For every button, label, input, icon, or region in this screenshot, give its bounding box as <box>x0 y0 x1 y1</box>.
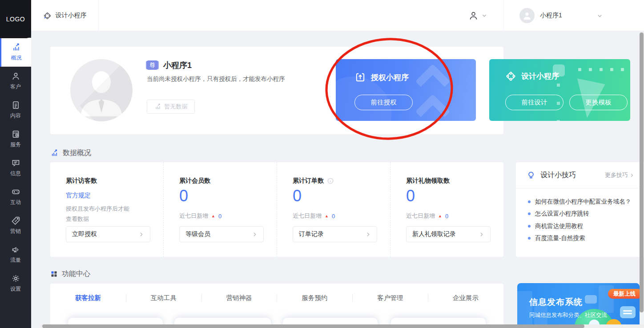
change-template-button[interactable]: 更换模板 <box>569 95 628 110</box>
chevron-decoration <box>415 64 450 99</box>
account-selector[interactable]: 小程序1 <box>519 0 603 31</box>
header-brand[interactable]: 设计小程序 <box>31 0 99 31</box>
sidebar-item-content[interactable]: 内容 <box>0 96 31 124</box>
tip-item[interactable]: 商机雷达使用教程 <box>528 220 636 232</box>
tab-marketing-tools[interactable]: 营销神器 <box>201 294 277 302</box>
tab-service-booking[interactable]: 服务预约 <box>277 294 352 302</box>
design-miniprogram-icon <box>43 12 52 20</box>
member-levels-button[interactable]: 等级会员 <box>179 226 264 242</box>
chevron-decoration <box>415 94 450 121</box>
sidebar-item-label: 流量 <box>10 256 21 264</box>
logo-text: LOGO <box>6 16 25 23</box>
promo-banner[interactable]: 最新上线 信息发布系统 同城信息发布和分类、社区交流 <box>517 283 640 328</box>
new-release-badge: 最新上线 <box>608 289 640 299</box>
more-tips-label: 更多技巧 <box>605 171 628 179</box>
sidebar-item-label: 客户 <box>10 83 21 91</box>
sidebar-item-label: 内容 <box>10 112 21 120</box>
grid-icon <box>50 270 58 278</box>
profile-avatar <box>70 59 133 121</box>
stat-orders: 累计订单数 0 近七日新增 ▲ 0 订单记录 <box>277 162 390 257</box>
tips-header: 设计小技巧 更多技巧 <box>516 162 644 188</box>
tips-list: 如何在微信小程序中配置业务域名？ 怎么设置小程序跳转 商机雷达使用教程 百度流量… <box>516 188 644 244</box>
stat-value: 0 <box>406 186 503 206</box>
chevron-right-icon <box>479 232 484 237</box>
chevron-down-icon <box>482 13 487 18</box>
authorize-card: 授权小程序 前往授权 <box>336 59 476 121</box>
tab-acquire-customers[interactable]: 获客拉新 <box>50 294 126 302</box>
info-icon[interactable] <box>327 177 334 184</box>
tab-customer-management[interactable]: 客户管理 <box>352 294 428 302</box>
bullet-icon <box>528 225 531 228</box>
header-brand-label: 设计小程序 <box>56 12 87 20</box>
tip-item[interactable]: 百度流量-自然搜索 <box>528 232 636 245</box>
authorize-card-title: 授权小程序 <box>371 72 409 83</box>
sidebar-nav: 概况 客户 内容 服务 信息 互动 营销 流量 设置 <box>0 0 31 328</box>
stats-card: 累计访客数 官方规定 授权且发布小程序后才能查看数据 立即授权 累计会员数 0 … <box>50 162 503 257</box>
account-name: 小程序1 <box>540 12 562 20</box>
official-rules-link[interactable]: 官方规定 <box>66 192 91 200</box>
up-triangle-icon: ▲ <box>438 214 442 218</box>
sidebar-item-messages[interactable]: 信息 <box>0 153 31 182</box>
stat-note: 授权且发布小程序后才能查看数据 <box>66 204 146 224</box>
no-data-button[interactable]: 暂无数据 <box>147 100 195 114</box>
chevron-right-icon <box>365 232 371 237</box>
stat-label: 累计礼物领取数 <box>406 177 450 185</box>
sidebar-item-overview[interactable]: 概况 <box>0 38 31 67</box>
design-tips-card: 设计小技巧 更多技巧 如何在微信小程序中配置业务域名？ 怎么设置小程序跳转 商机… <box>516 162 644 257</box>
tab-interactive-tools[interactable]: 互动工具 <box>126 294 201 302</box>
dots-decoration <box>578 68 624 71</box>
sidebar-item-settings[interactable]: 设置 <box>0 269 31 298</box>
sidebar-item-label: 概况 <box>11 54 22 62</box>
horizontal-scrollbar-thumb[interactable] <box>42 324 584 328</box>
sidebar-item-label: 信息 <box>10 170 21 177</box>
stat-button-label: 新人礼领取记录 <box>412 230 456 238</box>
person-icon <box>468 11 479 21</box>
sidebar-item-label: 设置 <box>10 285 21 293</box>
newcomer-gift-records-button[interactable]: 新人礼领取记录 <box>406 226 491 242</box>
sidebar-item-marketing[interactable]: 营销 <box>0 211 31 240</box>
function-center-header: 功能中心 <box>50 269 90 279</box>
chart-icon <box>154 103 161 110</box>
stat-label: 累计会员数 <box>179 177 210 185</box>
chevron-down-icon <box>597 13 603 19</box>
user-menu-button[interactable] <box>468 0 487 31</box>
app-logo: LOGO <box>0 0 31 38</box>
vip-badge: 尊 <box>147 60 158 70</box>
header-divider <box>503 0 504 31</box>
go-authorize-button[interactable]: 前往授权 <box>354 95 413 110</box>
stat-button-label: 订单记录 <box>299 230 324 238</box>
authorize-card-title-row: 授权小程序 <box>354 72 409 83</box>
stat-delta: 近七日新增 ▲ 0 <box>179 212 277 220</box>
tip-item[interactable]: 如何在微信小程序中配置业务域名？ <box>528 196 636 208</box>
stat-label: 累计访客数 <box>66 177 97 185</box>
go-design-button[interactable]: 前往设计 <box>505 95 564 110</box>
sidebar-item-label: 营销 <box>10 228 21 235</box>
promo-title: 信息发布系统 <box>529 296 583 308</box>
function-center-title: 功能中心 <box>62 269 90 279</box>
up-triangle-icon: ▲ <box>325 214 329 218</box>
top-header: 设计小程序 小程序1 <box>31 0 644 31</box>
stat-gifts: 累计礼物领取数 0 近七日新增 ▲ 0 新人礼领取记录 <box>390 162 503 257</box>
stat-button-label: 立即授权 <box>72 230 97 238</box>
tip-item[interactable]: 怎么设置小程序跳转 <box>528 208 636 220</box>
data-overview-header: 数据概况 <box>50 148 91 158</box>
miniprogram-name: 小程序1 <box>163 60 192 71</box>
sidebar-item-interaction[interactable]: 互动 <box>0 182 31 211</box>
order-records-button[interactable]: 订单记录 <box>293 226 377 242</box>
stat-button-label: 等级会员 <box>185 230 210 238</box>
dot-decoration <box>557 84 560 87</box>
tab-enterprise-display[interactable]: 企业展示 <box>428 294 503 302</box>
dot-decoration <box>557 120 560 121</box>
design-card-title-row: 设计小程序 <box>505 71 559 82</box>
sidebar-item-customers[interactable]: 客户 <box>0 67 31 96</box>
more-tips-link[interactable]: 更多技巧 <box>605 171 634 179</box>
authorize-now-button[interactable]: 立即授权 <box>66 226 150 242</box>
sidebar-item-services[interactable]: 服务 <box>0 124 31 153</box>
function-tabs: 获客拉新 互动工具 营销神器 服务预约 客户管理 企业展示 <box>50 284 503 302</box>
lightbulb-icon <box>527 171 535 180</box>
sidebar-item-label: 服务 <box>10 141 21 148</box>
chevron-right-icon <box>252 232 258 237</box>
sidebar-item-traffic[interactable]: 流量 <box>0 240 31 269</box>
vertical-scrollbar-thumb[interactable] <box>640 32 644 312</box>
stat-delta: 近七日新增 ▲ 0 <box>293 212 390 220</box>
